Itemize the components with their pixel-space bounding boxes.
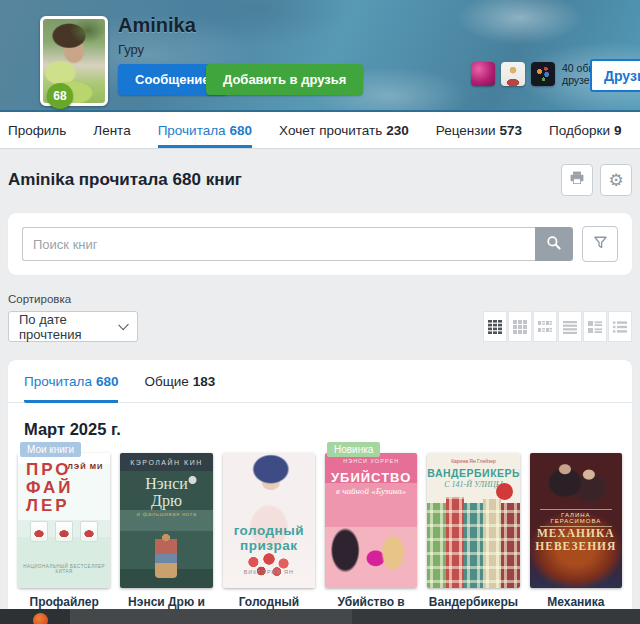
settings-button[interactable]: ⚙ bbox=[600, 164, 632, 196]
nav-item-wants-to-read[interactable]: Хочет прочитать230 bbox=[279, 112, 409, 148]
view-list-covers-button[interactable] bbox=[583, 311, 607, 342]
cover-title-art: МЕХАНИКА НЕВЕЗЕНИЯ bbox=[530, 527, 622, 553]
cover-art bbox=[18, 521, 110, 542]
book-cover[interactable]: КЭРОЛАЙН КИН Нэнси Дрю и фальшивая нота bbox=[120, 453, 212, 588]
friends-button[interactable]: Друзья bbox=[590, 59, 640, 92]
cover-title-art: голодный призрак bbox=[223, 523, 315, 553]
funnel-icon bbox=[593, 235, 608, 254]
cover-art bbox=[427, 503, 519, 588]
cover-author: НЭНСИ УОРРЕН bbox=[325, 458, 417, 464]
book-cover[interactable]: Карина Ян Глейзер ВАНДЕРБИКЕРЫ С 141-Й У… bbox=[427, 453, 519, 588]
list-icon bbox=[563, 320, 577, 334]
profile-status: Гуру bbox=[118, 42, 144, 57]
nav-item-profile[interactable]: Профиль bbox=[8, 112, 66, 148]
cover-author: КЭРОЛАЙН КИН bbox=[120, 459, 212, 466]
search-input[interactable] bbox=[22, 227, 535, 261]
cover-subtitle: и фальшивая нота bbox=[120, 511, 212, 517]
month-heading: Март 2025 г. bbox=[24, 420, 616, 439]
gear-icon: ⚙ bbox=[608, 172, 623, 189]
book-cover[interactable]: ЛЭЙ МИ ПРО ФАЙ ЛЕР НАЦИОНАЛЬНЫЙ БЕСТСЕЛЛ… bbox=[18, 453, 110, 588]
print-button[interactable] bbox=[561, 164, 593, 196]
cover-author: Карина Ян Глейзер bbox=[427, 458, 519, 464]
friend-avatar[interactable] bbox=[471, 62, 495, 86]
nav-item-reviews[interactable]: Рецензии573 bbox=[436, 112, 522, 148]
page-title-row: Aminika прочитала 680 книг ⚙ bbox=[8, 165, 632, 195]
add-friend-button[interactable]: Добавить в друзья bbox=[206, 64, 363, 95]
view-grid-large-button[interactable] bbox=[483, 311, 507, 342]
tab-common[interactable]: Общие183 bbox=[144, 374, 215, 403]
book-item: Новинка НЭНСИ УОРРЕН УБИЙСТВО в чайной «… bbox=[325, 453, 417, 624]
avatar[interactable]: 68 bbox=[40, 16, 108, 106]
cover-art bbox=[243, 550, 295, 580]
new-badge: Новинка bbox=[327, 442, 380, 457]
view-grid-small-button[interactable] bbox=[533, 311, 557, 342]
cover-caption: НАЦИОНАЛЬНЫЙ БЕСТСЕЛЛЕР КИТАЯ bbox=[18, 564, 110, 574]
footer-bar bbox=[0, 609, 640, 624]
profile-name: Aminika bbox=[118, 14, 196, 37]
list-compact-icon bbox=[613, 320, 627, 334]
books-card: Прочитала680 Общие183 Март 2025 г. Мои к… bbox=[8, 360, 632, 624]
search-button[interactable] bbox=[535, 227, 573, 261]
book-item: Мои книги ЛЭЙ МИ ПРО ФАЙ ЛЕР НАЦИОНАЛЬНЫ… bbox=[18, 453, 110, 624]
book-cover[interactable]: НЭНСИ УОРРЕН УБИЙСТВО в чайной «Бузина» bbox=[325, 453, 417, 588]
grid-medium-icon bbox=[513, 320, 527, 334]
view-grid-medium-button[interactable] bbox=[508, 311, 532, 342]
cover-sticker bbox=[496, 483, 513, 500]
friend-avatar[interactable] bbox=[531, 62, 555, 86]
book-item: голодный призрак ВИКТОРИЯ ЯН Голодный пр… bbox=[223, 453, 315, 624]
list-covers-icon bbox=[588, 320, 602, 334]
filter-button[interactable] bbox=[582, 226, 618, 262]
sort-row: По дате прочтения bbox=[8, 311, 632, 342]
book-item: КЭРОЛАЙН КИН Нэнси Дрю и фальшивая нота … bbox=[120, 453, 212, 624]
book-cover[interactable]: голодный призрак ВИКТОРИЯ ЯН bbox=[223, 453, 315, 588]
book-item: Карина Ян Глейзер ВАНДЕРБИКЕРЫ С 141-Й У… bbox=[427, 453, 519, 624]
cover-title-art: ПРО ФАЙ ЛЕР bbox=[26, 461, 74, 515]
level-badge: 68 bbox=[47, 83, 73, 109]
view-list-button[interactable] bbox=[558, 311, 582, 342]
printer-icon bbox=[569, 170, 585, 190]
search-card bbox=[8, 213, 632, 275]
nav-item-feed[interactable]: Лента bbox=[93, 112, 130, 148]
book-title[interactable]: Профайлер bbox=[18, 595, 110, 610]
tab-read[interactable]: Прочитала680 bbox=[24, 374, 118, 403]
view-toggles bbox=[483, 311, 632, 342]
cover-title-art: Нэнси Дрю bbox=[120, 475, 212, 509]
profile-nav: Профиль Лента Прочитала680 Хочет прочита… bbox=[0, 112, 640, 149]
cover-author: ВИКТОРИЯ ЯН bbox=[223, 569, 315, 575]
grid-large-icon bbox=[488, 320, 502, 334]
nav-item-collections[interactable]: Подборки9 bbox=[549, 112, 622, 148]
cover-title-art: ВАНДЕРБИКЕРЫ bbox=[427, 467, 519, 479]
friend-avatar[interactable] bbox=[501, 62, 525, 86]
tabs: Прочитала680 Общие183 bbox=[8, 360, 632, 403]
grid-small-icon bbox=[538, 320, 552, 334]
cover-title-art: УБИЙСТВО bbox=[325, 470, 417, 485]
book-item: ГАЛИНА ГЕРАСИМОВА МЕХАНИКА НЕВЕЗЕНИЯ Мех… bbox=[530, 453, 622, 624]
search-icon bbox=[546, 235, 562, 254]
cover-art bbox=[155, 534, 177, 578]
books-grid: Мои книги ЛЭЙ МИ ПРО ФАЙ ЛЕР НАЦИОНАЛЬНЫ… bbox=[18, 453, 622, 624]
nav-item-read[interactable]: Прочитала680 bbox=[158, 112, 252, 148]
livelib-logo[interactable] bbox=[33, 613, 48, 624]
page-title: Aminika прочитала 680 книг bbox=[8, 170, 554, 190]
cover-author: ГАЛИНА ГЕРАСИМОВА bbox=[540, 509, 612, 527]
my-books-badge: Мои книги bbox=[20, 442, 81, 457]
view-list-compact-button[interactable] bbox=[608, 311, 632, 342]
profile-header: 68 Aminika Гуру Сообщение Добавить в дру… bbox=[0, 0, 640, 112]
mutual-friend-avatars bbox=[471, 62, 555, 86]
sort-label: Сортировка bbox=[8, 293, 632, 305]
book-cover[interactable]: ГАЛИНА ГЕРАСИМОВА МЕХАНИКА НЕВЕЗЕНИЯ bbox=[530, 453, 622, 588]
cover-subtitle: в чайной «Бузина» bbox=[325, 486, 417, 496]
sort-select[interactable]: По дате прочтения bbox=[8, 311, 138, 342]
